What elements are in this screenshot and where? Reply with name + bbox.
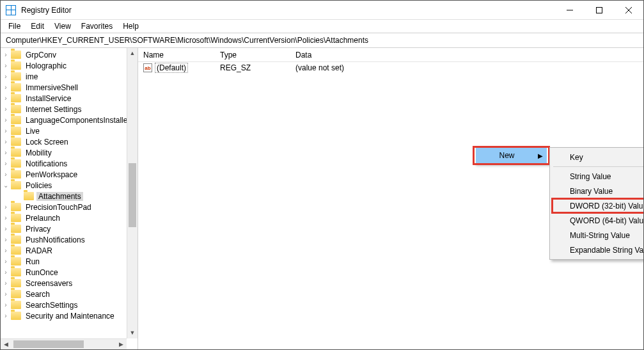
scroll-right-icon[interactable]: ▶ [116,339,127,349]
chevron-right-icon[interactable]: › [2,312,10,319]
chevron-right-icon[interactable]: › [2,95,10,102]
tree-horizontal-scrollbar[interactable]: ◀ ▶ [1,338,127,349]
chevron-right-icon[interactable]: › [2,73,10,80]
tree-item-label: Privacy [24,225,52,234]
tree-item-prelaunch[interactable]: ›Prelaunch [1,212,137,223]
submenu-item-expandable-string-value[interactable]: Expandable String Value [552,243,644,257]
string-value-icon: ab [143,63,152,72]
tree-item-pushnotifications[interactable]: ›PushNotifications [1,234,137,245]
tree-item-label: InstallService [24,94,73,103]
tree-item-internet-settings[interactable]: ›Internet Settings [1,104,137,115]
submenu-item-string-value[interactable]: String Value [552,169,644,184]
tree-item-lock-screen[interactable]: ›Lock Screen [1,136,137,147]
folder-icon [11,301,21,309]
submenu-item-binary-value[interactable]: Binary Value [552,184,644,198]
chevron-right-icon[interactable]: › [2,149,10,156]
scroll-thumb-vertical[interactable] [129,163,136,227]
chevron-right-icon[interactable]: › [2,258,10,265]
chevron-right-icon[interactable]: › [2,62,10,69]
chevron-right-icon[interactable]: › [2,269,10,276]
folder-icon [11,290,21,298]
submenu-item-multi-string-value[interactable]: Multi-String Value [552,228,644,243]
scroll-down-icon[interactable]: ▼ [127,328,137,338]
tree-item-label: Mobility [24,148,54,157]
tree-item-ime[interactable]: ›ime [1,71,137,82]
tree-item-security-and-maintenance[interactable]: ›Security and Maintenance [1,310,137,321]
tree-vertical-scrollbar[interactable]: ▲ ▼ [127,48,137,338]
menu-view[interactable]: View [49,20,76,32]
chevron-right-icon[interactable]: › [2,138,10,145]
chevron-right-icon[interactable]: › [2,106,10,113]
chevron-right-icon[interactable]: › [2,236,10,243]
tree-item-grpconv[interactable]: ›GrpConv [1,49,137,60]
column-type[interactable]: Type [215,49,290,61]
tree-item-languagecomponentsinstaller[interactable]: ›LanguageComponentsInstaller [1,115,137,125]
context-item-new[interactable]: New ▶ [476,148,547,163]
list-header: Name Type Data [138,48,643,62]
tree-item-installservice[interactable]: ›InstallService [1,93,137,104]
menu-help[interactable]: Help [118,20,144,32]
chevron-right-icon[interactable]: › [2,247,10,254]
tree-content[interactable]: ›GrpConv›Holographic›ime›ImmersiveShell›… [1,48,137,349]
address-bar[interactable]: Computer\HKEY_CURRENT_USER\SOFTWARE\Micr… [1,33,643,48]
tree-item-label: PushNotifications [24,235,87,244]
tree-item-label: ImmersiveShell [24,83,80,92]
tree-item-screensavers[interactable]: ›Screensavers [1,278,137,289]
chevron-right-icon[interactable]: › [2,290,10,298]
tree-item-immersiveshell[interactable]: ›ImmersiveShell [1,82,137,93]
scroll-left-icon[interactable]: ◀ [1,339,12,349]
tree-item-precisiontouchpad[interactable]: ›PrecisionTouchPad [1,202,137,212]
chevron-right-icon[interactable]: › [2,280,10,287]
tree-item-radar[interactable]: ›RADAR [1,245,137,256]
chevron-right-icon[interactable]: › [2,203,10,211]
menu-edit[interactable]: Edit [26,20,49,32]
tree-item-searchsettings[interactable]: ›SearchSettings [1,299,137,310]
chevron-right-icon[interactable]: › [2,214,10,221]
address-text: Computer\HKEY_CURRENT_USER\SOFTWARE\Micr… [6,36,368,45]
chevron-right-icon[interactable]: › [2,84,10,91]
main-split: ›GrpConv›Holographic›ime›ImmersiveShell›… [1,48,643,349]
column-name[interactable]: Name [138,49,215,61]
chevron-right-icon[interactable]: › [2,127,10,134]
folder-icon [11,225,21,233]
chevron-down-icon[interactable]: ⌄ [2,182,10,189]
scroll-thumb-horizontal[interactable] [13,340,84,348]
chevron-right-icon[interactable]: › [2,225,10,232]
tree-item-notifications[interactable]: ›Notifications [1,158,137,169]
tree-item-attachments[interactable]: Attachments [1,191,137,202]
tree-item-holographic[interactable]: ›Holographic [1,60,137,71]
tree-item-penworkspace[interactable]: ›PenWorkspace [1,169,137,180]
chevron-right-icon[interactable]: › [2,160,10,167]
maximize-button[interactable] [585,1,614,20]
app-icon [6,5,16,15]
chevron-right-icon[interactable]: › [2,301,10,308]
tree-item-run[interactable]: ›Run [1,256,137,267]
scroll-up-icon[interactable]: ▲ [127,48,137,59]
value-name-cell: ab (Default) [138,62,215,74]
tree-item-runonce[interactable]: ›RunOnce [1,267,137,278]
close-button[interactable] [614,1,643,20]
tree-item-label: Search [24,290,52,299]
submenu-item-qword-64-bit-value[interactable]: QWORD (64-bit) Value [552,213,644,228]
minimize-button[interactable] [555,1,585,20]
chevron-right-icon[interactable]: › [2,116,10,123]
chevron-right-icon[interactable]: › [2,171,10,178]
submenu-item-dword-32-bit-value[interactable]: DWORD (32-bit) Value [552,198,644,213]
folder-icon [11,181,21,189]
menu-favorites[interactable]: Favorites [76,20,118,32]
tree-item-label: Prelaunch [24,214,62,223]
folder-icon [11,170,21,179]
tree-item-privacy[interactable]: ›Privacy [1,223,137,234]
menu-file[interactable]: File [3,20,26,32]
tree-item-live[interactable]: ›Live [1,125,137,136]
column-data[interactable]: Data [290,49,643,61]
tree-item-label: Run [24,257,42,266]
tree-item-search[interactable]: ›Search [1,289,137,299]
chevron-right-icon[interactable]: › [2,51,10,58]
submenu-item-key[interactable]: Key [552,150,644,164]
tree-item-label: LanguageComponentsInstaller [24,116,132,125]
tree-item-mobility[interactable]: ›Mobility [1,147,137,158]
value-row[interactable]: ab (Default) REG_SZ (value not set) [138,62,643,74]
folder-icon [11,159,21,168]
tree-item-policies[interactable]: ⌄Policies [1,180,137,191]
